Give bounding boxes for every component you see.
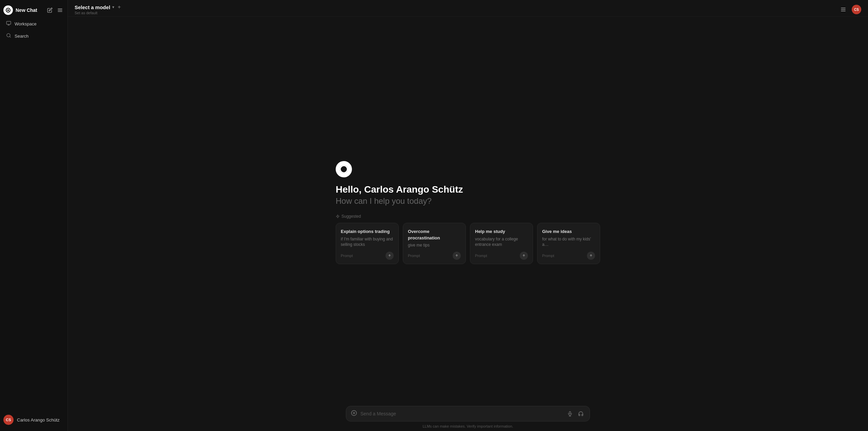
message-input-bar [346, 406, 590, 422]
lightning-icon [336, 214, 340, 218]
avatar-initials: CS [6, 418, 11, 422]
set-default-label[interactable]: Set as default [75, 11, 121, 15]
prompt-card-desc-3: for what to do with my kids' a… [542, 236, 595, 248]
welcome-heading: Hello, Carlos Arango Schütz [336, 184, 463, 195]
prompt-send-btn-2[interactable] [520, 252, 528, 260]
prompt-label-0: Prompt [341, 254, 353, 258]
microphone-button[interactable] [566, 410, 574, 418]
welcome-container: Hello, Carlos Arango Schütz How can I he… [336, 161, 600, 264]
disclaimer-text: LLMs can make mistakes. Verify important… [422, 424, 513, 428]
prompt-card-content-3: Give me ideas for what to do with my kid… [542, 229, 595, 251]
prompt-card-footer-3: Prompt [542, 252, 595, 260]
prompt-label-2: Prompt [475, 254, 487, 258]
header-avatar-initials: CS [854, 8, 859, 12]
sidebar-item-search[interactable]: Search [2, 30, 65, 42]
prompt-send-btn-3[interactable] [587, 252, 595, 260]
prompt-card-footer-0: Prompt [341, 252, 394, 260]
prompt-card-title-0: Explain options trading [341, 229, 394, 235]
prompt-card-desc-2: vocabulary for a college entrance exam [475, 236, 528, 248]
sidebar-item-workspace[interactable]: Workspace [2, 18, 65, 30]
svg-line-7 [9, 36, 11, 37]
main-header: Select a model ▾ + Set as default CS [68, 0, 868, 17]
prompt-card-content-2: Help me study vocabulary for a college e… [475, 229, 528, 251]
settings-button[interactable] [838, 4, 848, 15]
prompt-card-title-3: Give me ideas [542, 229, 595, 235]
prompt-card-desc-1: give me tips [408, 242, 461, 248]
user-profile[interactable]: CS Carlos Arango Schütz [0, 411, 67, 428]
svg-rect-3 [6, 21, 11, 24]
header-avatar[interactable]: CS [852, 5, 861, 14]
prompt-label-1: Prompt [408, 254, 420, 258]
prompt-card-footer-1: Prompt [408, 252, 461, 260]
attach-icon[interactable] [351, 410, 357, 418]
app-logo [3, 5, 13, 15]
suggested-text: Suggested [341, 214, 361, 219]
menu-button[interactable] [56, 6, 64, 14]
suggested-label: Suggested [336, 214, 361, 219]
prompt-send-btn-1[interactable] [453, 252, 461, 260]
input-icons [566, 410, 585, 418]
prompt-cards: Explain options trading if I'm familiar … [336, 223, 600, 264]
welcome-subtitle: How can I help you today? [336, 196, 432, 206]
prompt-card-1[interactable]: Overcome procrastination give me tips Pr… [403, 223, 466, 264]
chat-area: Hello, Carlos Arango Schütz How can I he… [68, 17, 868, 402]
search-label: Search [15, 34, 28, 39]
prompt-card-footer-2: Prompt [475, 252, 528, 260]
prompt-card-3[interactable]: Give me ideas for what to do with my kid… [537, 223, 600, 264]
avatar: CS [3, 415, 14, 425]
add-model-icon[interactable]: + [118, 4, 121, 10]
workspace-label: Workspace [15, 21, 37, 26]
prompt-card-2[interactable]: Help me study vocabulary for a college e… [470, 223, 533, 264]
prompt-label-3: Prompt [542, 254, 554, 258]
header-left: Select a model ▾ + Set as default [75, 4, 121, 15]
chat-input-area: LLMs can make mistakes. Verify important… [68, 402, 868, 431]
chevron-down-icon: ▾ [112, 5, 114, 9]
message-input[interactable] [360, 411, 563, 416]
header-right: CS [838, 4, 861, 15]
logo-inner-circle [6, 8, 11, 13]
openai-logo-inner [340, 165, 348, 173]
model-name: Select a model [75, 4, 110, 10]
sidebar-header: New Chat [0, 3, 67, 18]
app-logo-title: New Chat [3, 5, 37, 15]
prompt-card-title-1: Overcome procrastination [408, 229, 461, 241]
openai-logo-large [336, 161, 352, 177]
svg-marker-11 [336, 215, 339, 218]
sidebar-title: New Chat [16, 7, 37, 13]
sidebar-action-icons [46, 6, 64, 14]
prompt-card-title-2: Help me study [475, 229, 528, 235]
workspace-icon [6, 21, 11, 27]
search-icon [6, 33, 11, 39]
prompt-card-content-1: Overcome procrastination give me tips [408, 229, 461, 251]
edit-button[interactable] [46, 6, 54, 14]
prompt-card-0[interactable]: Explain options trading if I'm familiar … [336, 223, 399, 264]
sidebar: New Chat [0, 0, 68, 431]
svg-rect-19 [569, 411, 571, 414]
model-selector[interactable]: Select a model ▾ + [75, 4, 121, 10]
prompt-send-btn-0[interactable] [386, 252, 394, 260]
headphones-button[interactable] [577, 410, 585, 418]
prompt-card-desc-0: if I'm familiar with buying and selling … [341, 236, 394, 248]
user-name: Carlos Arango Schütz [17, 417, 60, 423]
prompt-card-content: Explain options trading if I'm familiar … [341, 229, 394, 251]
main-content: Select a model ▾ + Set as default CS [68, 0, 868, 431]
